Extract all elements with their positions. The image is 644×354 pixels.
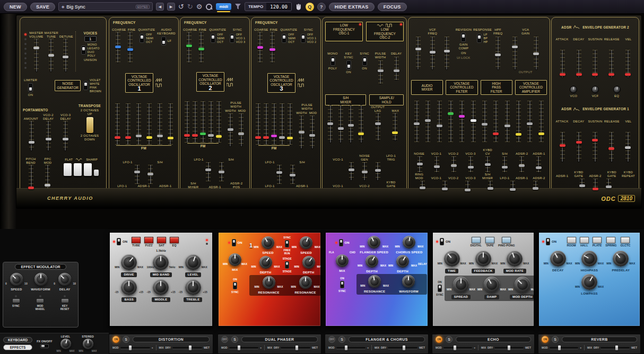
slider[interactable]: [560, 132, 565, 162]
phaser-mix-knob[interactable]: MINMAX MIX: [222, 253, 248, 271]
slider[interactable]: [208, 101, 214, 143]
slider[interactable]: [459, 101, 465, 142]
vcf-revision-switch[interactable]: [461, 33, 466, 42]
slider[interactable]: [287, 103, 293, 145]
slider[interactable]: [434, 156, 440, 172]
help-button[interactable]: ?: [317, 3, 326, 11]
slider[interactable]: [28, 165, 34, 192]
slider[interactable]: [184, 101, 190, 143]
slider[interactable]: [238, 113, 244, 146]
fx-solo-button[interactable]: S: [123, 336, 129, 343]
slider[interactable]: [29, 121, 34, 151]
slider[interactable]: [33, 39, 39, 72]
fx-button-sat[interactable]: SAT: [157, 237, 166, 247]
slider[interactable]: [414, 101, 420, 142]
slider[interactable]: [394, 57, 399, 80]
fx-solo-button[interactable]: S: [446, 336, 452, 343]
fx-button-ping-pong[interactable]: PING-PONG: [498, 237, 515, 247]
fx-name-pill[interactable]: FLANGER & CHORUS: [349, 337, 425, 342]
ppc-pad-2[interactable]: [74, 163, 82, 176]
lfo-sync-switch[interactable]: [362, 57, 367, 66]
zoom-magnifier-icon[interactable]: [205, 3, 213, 11]
fx-button-hall[interactable]: HALL: [580, 237, 589, 247]
phaser-resonance-1-knob[interactable]: MINMAX RESONANCE: [254, 276, 284, 294]
mod-slider[interactable]: [120, 347, 150, 349]
slider[interactable]: [228, 113, 233, 146]
mono-poly-switch[interactable]: [330, 57, 335, 66]
modulator-key-reset-button[interactable]: KEY RESET: [60, 295, 69, 311]
vco2-quantize-switch[interactable]: [211, 34, 215, 43]
knob-treble[interactable]: -15+15TREBLE: [178, 279, 208, 302]
slider[interactable]: [482, 101, 488, 142]
slider[interactable]: [415, 37, 421, 69]
phaser-sync-freerun-switch[interactable]: SYNC FREE RUN: [283, 236, 291, 255]
knob-feedback[interactable]: MINMAXFEEDBACK: [468, 251, 499, 273]
slider[interactable]: [444, 37, 450, 69]
fx-name-pill[interactable]: DUAL PHASER: [241, 337, 318, 342]
slider[interactable]: [362, 162, 368, 180]
phaser-resonance-2-knob[interactable]: MINMAX RESONANCE: [290, 276, 321, 294]
slider[interactable]: [512, 37, 518, 69]
slider[interactable]: [63, 121, 68, 151]
slider[interactable]: [493, 101, 499, 142]
slider[interactable]: [358, 105, 364, 143]
fx-power-button[interactable]: ON: [436, 336, 442, 343]
slider[interactable]: [216, 101, 222, 143]
slider[interactable]: [134, 165, 140, 184]
phaser-on-switch[interactable]: ON: [228, 239, 242, 246]
knob-damp[interactable]: MINMAXDAMP: [476, 277, 507, 299]
voices-display[interactable]: 1: [84, 36, 96, 42]
slider[interactable]: [516, 101, 521, 142]
mod-slider[interactable]: [443, 347, 473, 349]
limiter-switch[interactable]: [28, 83, 33, 92]
slider[interactable]: [536, 156, 542, 172]
new-button[interactable]: NEW: [4, 3, 27, 11]
fx-name-pill[interactable]: DISTORTION: [133, 337, 210, 342]
slider[interactable]: [257, 32, 263, 63]
slider[interactable]: [378, 60, 384, 84]
fx-name-pill[interactable]: REVERB: [562, 337, 637, 342]
prev-preset-button[interactable]: ◀: [156, 3, 164, 11]
voices-mode-switch[interactable]: [81, 46, 86, 55]
slider[interactable]: [63, 39, 68, 72]
flanger-depth-knob[interactable]: MINMAX DEPTH: [356, 255, 387, 273]
flanger-resonance-knob[interactable]: MINMAX RESONANCE: [359, 275, 390, 293]
vco-trim-knob[interactable]: VCO: [570, 86, 577, 98]
save-button[interactable]: SAVE: [30, 3, 55, 11]
fx-button-fuzz[interactable]: FUZZ: [144, 237, 153, 247]
modulator-speed-knob[interactable]: 010 SPEED: [4, 273, 29, 291]
slider[interactable]: [625, 132, 631, 162]
slider[interactable]: [205, 162, 211, 181]
modulator-waveform-knob[interactable]: WAVEFORM: [29, 273, 53, 291]
chorus-speed-knob[interactable]: MINMAX CHORUS SPEED: [394, 236, 424, 254]
slider[interactable]: [115, 32, 121, 63]
slider[interactable]: [157, 103, 163, 145]
slider[interactable]: [271, 103, 277, 145]
flanger-chorus-mix-knob[interactable]: FLACHO MIX: [329, 251, 355, 272]
mix-slider[interactable]: [281, 347, 310, 349]
slider[interactable]: [255, 103, 261, 145]
fx-button-glctc[interactable]: GLCTC: [620, 237, 630, 247]
vco3-sync-switch[interactable]: [301, 34, 306, 43]
undo-icon[interactable]: ↺: [178, 3, 184, 10]
knob-mod-rate[interactable]: MINMAXMOD RATE: [499, 251, 530, 273]
slider[interactable]: [608, 50, 614, 77]
slider[interactable]: [592, 132, 598, 162]
redo-icon[interactable]: ↻: [187, 3, 193, 10]
phaser-stage-switch[interactable]: STAGE STAGE: [283, 257, 292, 273]
fx-solo-button[interactable]: S: [231, 336, 238, 343]
slider[interactable]: [495, 37, 501, 69]
fx-button-eq[interactable]: EQ: [170, 237, 179, 247]
vco1-quantize-switch[interactable]: [140, 34, 144, 43]
next-preset-button[interactable]: ▶: [167, 3, 175, 11]
slider[interactable]: [338, 105, 344, 143]
slider[interactable]: [437, 101, 442, 142]
response-switch[interactable]: [477, 34, 482, 43]
mod-slider[interactable]: [229, 347, 259, 349]
fx-power-button[interactable]: ON: [112, 336, 119, 343]
midi-button[interactable]: midi: [216, 3, 231, 10]
fx-button-tape[interactable]: TAPE: [485, 237, 494, 247]
slider[interactable]: [276, 165, 282, 184]
slider[interactable]: [327, 105, 333, 143]
fx-solo-button[interactable]: S: [552, 336, 559, 343]
